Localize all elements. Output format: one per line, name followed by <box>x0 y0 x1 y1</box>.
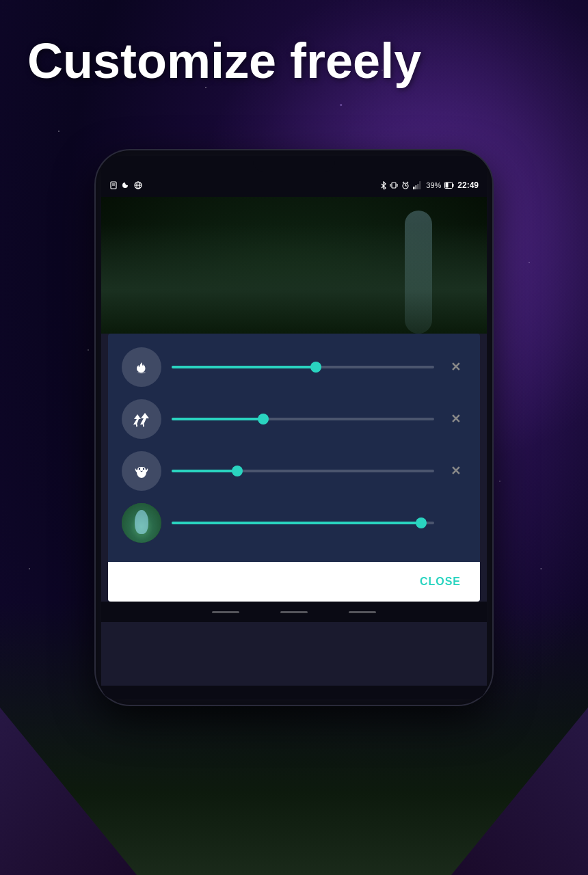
sound-mixer-dialog: ✕ <box>108 334 480 602</box>
svg-rect-19 <box>419 181 421 189</box>
waterfall-icon <box>122 503 161 543</box>
globe-icon <box>134 181 142 189</box>
svg-rect-18 <box>417 184 419 189</box>
status-right-icons: 39% 22:49 <box>381 180 479 190</box>
notification-icon <box>109 181 118 189</box>
moon-icon <box>122 181 130 189</box>
alarm-icon <box>401 181 410 189</box>
sound-row-campfire: ✕ <box>122 347 466 387</box>
svg-point-23 <box>137 372 146 374</box>
vibrate-icon <box>390 181 398 189</box>
wallpaper-area <box>101 197 487 334</box>
forest-icon <box>122 399 161 439</box>
svg-line-15 <box>407 182 408 183</box>
status-bar: 39% 22:49 <box>101 173 487 197</box>
page-title: Customize freely <box>27 34 561 88</box>
phone-mockup: 39% 22:49 <box>96 150 492 705</box>
phone-bottom-bezel <box>101 686 487 699</box>
svg-rect-22 <box>446 183 449 187</box>
dialog-body: ✕ <box>108 334 480 562</box>
forest-remove-button[interactable]: ✕ <box>444 408 466 430</box>
svg-rect-8 <box>392 183 396 188</box>
status-left-icons <box>109 181 142 189</box>
svg-line-14 <box>403 182 404 183</box>
owl-slider[interactable] <box>172 470 434 472</box>
camera-bump <box>253 158 335 172</box>
battery-icon <box>444 182 454 189</box>
forest-slider[interactable] <box>172 418 434 420</box>
svg-marker-25 <box>140 413 149 425</box>
waterfall-photo-image <box>122 503 161 543</box>
heading-area: Customize freely <box>0 21 588 102</box>
svg-point-31 <box>139 468 140 470</box>
waterfall-background <box>405 211 432 334</box>
campfire-icon <box>122 347 161 387</box>
phone-body: 39% 22:49 <box>96 150 492 705</box>
phone-nav-bar <box>101 602 487 622</box>
sound-row-owl: ✕ <box>122 451 466 491</box>
svg-rect-26 <box>136 425 137 427</box>
status-time: 22:49 <box>457 180 479 190</box>
signal-icon <box>413 181 423 189</box>
owl-remove-icon: ✕ <box>451 465 461 477</box>
forest-remove-icon: ✕ <box>451 413 461 425</box>
phone-top <box>101 156 487 173</box>
recent-nav[interactable] <box>349 611 376 613</box>
back-nav[interactable] <box>212 611 239 613</box>
campfire-slider[interactable] <box>172 366 434 368</box>
svg-rect-21 <box>453 184 454 187</box>
close-button[interactable]: CLOSE <box>414 573 466 591</box>
bluetooth-icon <box>381 181 386 189</box>
sound-row-waterfall: ✕ <box>122 503 466 543</box>
waterfall-slider[interactable] <box>172 522 434 524</box>
campfire-remove-button[interactable]: ✕ <box>444 356 466 378</box>
svg-point-32 <box>143 468 144 470</box>
campfire-remove-icon: ✕ <box>451 361 461 373</box>
owl-remove-button[interactable]: ✕ <box>444 460 466 482</box>
svg-marker-24 <box>133 414 141 425</box>
home-nav[interactable] <box>280 611 308 613</box>
dialog-footer: CLOSE <box>108 562 480 602</box>
battery-percent: 39% <box>426 181 441 189</box>
phone-screen: 39% 22:49 <box>101 173 487 686</box>
svg-rect-16 <box>413 187 415 189</box>
svg-rect-17 <box>415 185 417 189</box>
owl-icon <box>122 451 161 491</box>
svg-rect-27 <box>143 425 144 427</box>
sound-row-forest: ✕ <box>122 399 466 439</box>
